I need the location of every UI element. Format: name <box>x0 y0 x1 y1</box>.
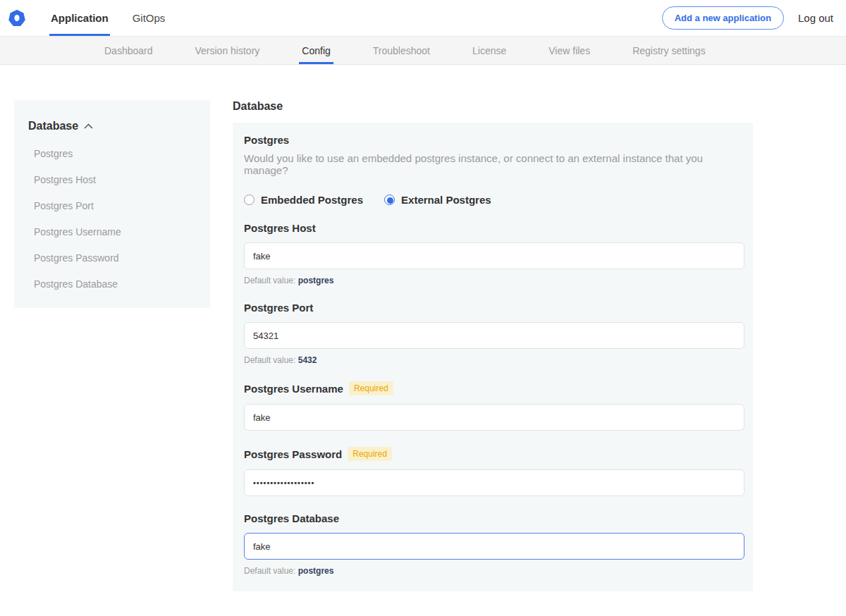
tab-registry-settings[interactable]: Registry settings <box>632 37 705 64</box>
sidebar-group-database[interactable]: Database <box>28 120 196 133</box>
chevron-up-icon <box>84 123 93 129</box>
sidebar-group-label: Database <box>28 120 78 133</box>
content-area: Database Postgres Postgres Host Postgres… <box>0 65 846 616</box>
field-label: Postgres Host <box>244 222 316 234</box>
config-sidebar: Database Postgres Postgres Host Postgres… <box>14 100 210 308</box>
top-nav-right: Add a new application Log out <box>662 6 836 30</box>
postgres-mode-radio-group: Embedded Postgres External Postgres <box>244 194 742 206</box>
page-title: Database <box>233 100 753 113</box>
tab-troubleshoot[interactable]: Troubleshoot <box>373 37 430 64</box>
tab-view-files[interactable]: View files <box>548 37 590 64</box>
field-label: Postgres Username <box>244 383 343 395</box>
top-tabs: Application GitOps <box>49 0 188 36</box>
postgres-username-input[interactable] <box>244 404 744 431</box>
field-label: Postgres Database <box>244 512 339 524</box>
tab-version-history[interactable]: Version history <box>195 37 260 64</box>
default-value-prefix: Default value: <box>244 355 295 365</box>
default-value-note: Default value: postgres <box>244 276 742 285</box>
default-value: postgres <box>298 566 334 576</box>
default-value-prefix: Default value: <box>244 566 295 576</box>
postgres-group-help-text: Would you like to use an embedded postgr… <box>244 152 742 176</box>
required-badge: Required <box>349 381 393 395</box>
sidebar-item-postgres-port[interactable]: Postgres Port <box>34 200 196 211</box>
top-tab-gitops[interactable]: GitOps <box>131 0 167 36</box>
default-value-note: Default value: postgres <box>244 566 742 576</box>
add-new-application-button[interactable]: Add a new application <box>662 6 784 30</box>
app-sub-nav: Dashboard Version history Config Trouble… <box>0 36 846 65</box>
default-value-note: Default value: 5432 <box>244 355 742 365</box>
postgres-port-input[interactable] <box>244 322 744 349</box>
field-label: Postgres Port <box>244 302 313 314</box>
sidebar-item-postgres-database[interactable]: Postgres Database <box>34 278 196 290</box>
field-postgres-database: Postgres Database Default value: postgre… <box>244 512 742 576</box>
tab-dashboard[interactable]: Dashboard <box>104 37 153 64</box>
database-config-panel: Postgres Would you like to use an embedd… <box>233 123 753 591</box>
config-main: Database Postgres Would you like to use … <box>233 100 753 616</box>
logout-link[interactable]: Log out <box>798 12 833 24</box>
sidebar-item-postgres-host[interactable]: Postgres Host <box>34 174 196 185</box>
top-tab-application[interactable]: Application <box>49 0 110 36</box>
postgres-password-input[interactable] <box>244 469 744 496</box>
postgres-database-input[interactable] <box>244 533 744 560</box>
default-value-prefix: Default value: <box>244 276 295 285</box>
radio-external-postgres[interactable]: External Postgres <box>384 194 491 206</box>
sidebar-item-postgres-password[interactable]: Postgres Password <box>34 252 196 264</box>
required-badge: Required <box>348 447 392 461</box>
field-postgres-username: Postgres Username Required <box>244 381 742 431</box>
field-postgres-password: Postgres Password Required <box>244 447 742 496</box>
radio-embedded-postgres[interactable]: Embedded Postgres <box>244 194 363 206</box>
field-label: Postgres Password <box>244 448 342 460</box>
radio-label: Embedded Postgres <box>261 194 363 206</box>
tab-license[interactable]: License <box>472 37 506 64</box>
field-postgres-host: Postgres Host Default value: postgres <box>244 222 742 285</box>
radio-selected-icon <box>384 195 395 205</box>
app-logo-icon <box>8 10 25 27</box>
top-nav: Application GitOps Add a new application… <box>0 0 846 36</box>
tab-config[interactable]: Config <box>302 37 330 64</box>
sidebar-item-postgres-username[interactable]: Postgres Username <box>34 226 196 238</box>
default-value: 5432 <box>298 355 317 365</box>
postgres-host-input[interactable] <box>244 242 744 269</box>
radio-unselected-icon <box>244 195 255 205</box>
default-value: postgres <box>298 276 334 285</box>
sidebar-item-list: Postgres Postgres Host Postgres Port Pos… <box>28 148 196 290</box>
radio-label: External Postgres <box>401 194 491 206</box>
field-postgres-port: Postgres Port Default value: 5432 <box>244 302 742 365</box>
sidebar-item-postgres[interactable]: Postgres <box>34 148 196 159</box>
postgres-group-label: Postgres <box>244 134 742 146</box>
